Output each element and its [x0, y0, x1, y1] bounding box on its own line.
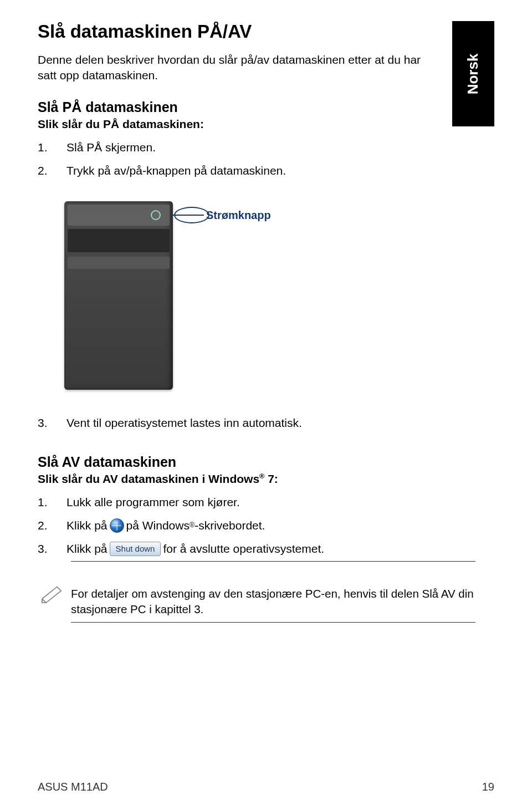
footer-page-number: 19: [482, 781, 494, 793]
computer-tower-illustration: [64, 201, 173, 390]
step-text: Lukk alle programmer som kjører.: [66, 491, 494, 513]
step-number: 1.: [38, 491, 66, 513]
note-block: For detaljer om avstenging av den stasjo…: [40, 580, 478, 622]
language-tab-label: Norsk: [464, 53, 482, 94]
step-text: Trykk på av/på-knappen på datamaskinen.: [66, 160, 494, 182]
lead-prefix: Slik slår du AV datamaskinen i Windows: [38, 472, 259, 485]
power-on-steps-cont: 3. Vent til operatisystemet lastes inn a…: [38, 412, 494, 434]
computer-figure: Strømknapp: [64, 201, 494, 390]
list-item: 2. Trykk på av/på-knappen på datamaskine…: [38, 160, 494, 182]
shutdown-button-icon: Shut down: [110, 542, 161, 556]
power-on-heading: Slå PÅ datamaskinen: [38, 99, 494, 115]
list-item: 2. Klikk på på Windows®-skrivebordet.: [38, 514, 494, 537]
intro-paragraph: Denne delen beskriver hvordan du slår på…: [38, 52, 426, 84]
footer-model: ASUS M11AD: [38, 781, 108, 793]
power-button-icon: [151, 210, 161, 220]
text: Klikk på: [66, 514, 108, 537]
list-item: 3. Vent til operatisystemet lastes inn a…: [38, 412, 494, 434]
list-item: 3. Klikk på Shut down for å avslutte ope…: [38, 538, 494, 560]
text: -skrivebordet.: [195, 514, 265, 537]
lead-suffix: 7:: [264, 472, 278, 485]
step-text: Klikk på Shut down for å avslutte operat…: [66, 538, 494, 560]
shutdown-label: Shut down: [110, 542, 161, 556]
power-on-lead: Slik slår du PÅ datamaskinen:: [38, 118, 494, 131]
power-button-label: Strømknapp: [206, 209, 271, 222]
step-number: 2.: [38, 160, 66, 182]
page-title: Slå datamaskinen PÅ/AV: [38, 21, 494, 42]
page-footer: ASUS M11AD 19: [38, 781, 494, 793]
power-on-steps: 1. Slå PÅ skjermen. 2. Trykk på av/på-kn…: [38, 136, 494, 182]
step-text: Klikk på på Windows®-skrivebordet.: [66, 514, 494, 537]
text: for å avslutte operativsystemet.: [163, 538, 324, 560]
step-number: 1.: [38, 136, 66, 159]
text: på Windows: [126, 514, 190, 537]
windows-start-orb-icon: [110, 518, 124, 533]
power-off-heading: Slå AV datamaskinen: [38, 454, 494, 470]
note-pencil-icon: [40, 580, 71, 606]
power-off-steps: 1. Lukk alle programmer som kjører. 2. K…: [38, 491, 494, 560]
language-tab: Norsk: [452, 21, 494, 126]
step-number: 3.: [38, 538, 66, 560]
list-item: 1. Slå PÅ skjermen.: [38, 136, 494, 159]
step-text: Vent til operatisystemet lastes inn auto…: [66, 412, 494, 434]
note-text: For detaljer om avstenging av den stasjo…: [71, 580, 478, 622]
step-number: 2.: [38, 514, 66, 537]
power-off-lead: Slik slår du AV datamaskinen i Windows® …: [38, 472, 494, 486]
step-text: Slå PÅ skjermen.: [66, 136, 494, 159]
text: Klikk på: [66, 538, 108, 560]
step-number: 3.: [38, 412, 66, 434]
list-item: 1. Lukk alle programmer som kjører.: [38, 491, 494, 513]
